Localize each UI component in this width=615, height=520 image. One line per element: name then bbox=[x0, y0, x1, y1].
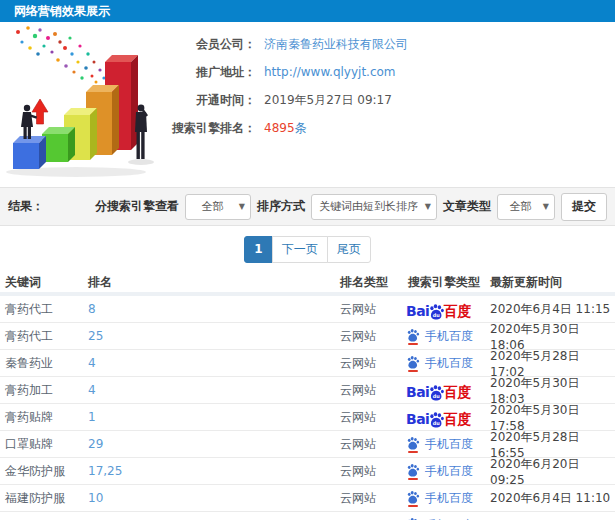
engine-rank-value: 4895条 bbox=[264, 120, 307, 137]
table-row: 金华防护服 17,25 云网站 手机百度 bbox=[0, 458, 615, 485]
header-update-time: 最新更新时间 bbox=[490, 274, 615, 291]
results-table: 关键词 排名 排名类型 搜索引擎类型 最新更新时间 膏药代工 8 云网站 Bai bbox=[0, 272, 615, 520]
promo-url-link[interactable]: http://www.qlyyjt.com bbox=[264, 65, 396, 79]
engine-cell: Bai du 百度 bbox=[400, 409, 490, 426]
table-row: 膏药代工 25 云网站 手机百度 bbox=[0, 323, 615, 350]
svg-text:du: du bbox=[433, 393, 441, 399]
baidu-paw-icon bbox=[406, 328, 420, 342]
keyword-cell: 秦鲁药业 bbox=[0, 355, 88, 372]
rank-type-cell: 云网站 bbox=[337, 382, 400, 399]
page-1-button[interactable]: 1 bbox=[244, 236, 272, 263]
rank-type-cell: 云网站 bbox=[337, 490, 400, 507]
keyword-cell: 福建防护服 bbox=[0, 490, 88, 507]
company-name-link[interactable]: 济南秦鲁药业科技有限公司 bbox=[264, 36, 408, 53]
last-page-button[interactable]: 尾页 bbox=[327, 236, 371, 263]
rank-cell[interactable]: 4 bbox=[88, 356, 337, 370]
baidu-paw-icon bbox=[406, 463, 420, 477]
sort-select[interactable]: 关键词由短到长排序▼ bbox=[311, 194, 437, 220]
keyword-cell: 膏药贴牌 bbox=[0, 409, 88, 426]
svg-text:du: du bbox=[433, 312, 441, 318]
promo-url-label: 推广地址： bbox=[170, 64, 256, 81]
info-row-rank-count: 搜索引擎排名： 4895条 bbox=[170, 114, 615, 142]
bar-blue bbox=[13, 136, 46, 169]
engine-view-select[interactable]: 全部▼ bbox=[185, 194, 251, 220]
rank-cell[interactable]: 4 bbox=[88, 383, 337, 397]
info-section: 会员公司： 济南秦鲁药业科技有限公司 推广地址： http://www.qlyy… bbox=[0, 22, 615, 187]
baidu-logo: Bai du 百度 bbox=[406, 382, 471, 399]
engine-cell: Bai du 百度 bbox=[400, 301, 490, 318]
baidu-mobile-underline bbox=[408, 478, 418, 480]
baidu-paw-icon bbox=[406, 517, 420, 520]
article-type-label: 文章类型 bbox=[443, 198, 491, 215]
update-time-cell: 2020年6月4日 11:10 bbox=[490, 490, 615, 507]
keyword-cell: 膏药代工 bbox=[0, 328, 88, 345]
engine-cell: 手机百度 bbox=[400, 490, 490, 507]
rank-cell[interactable]: 8 bbox=[88, 302, 337, 316]
baidu-logo: Bai du 百度 bbox=[406, 301, 471, 318]
next-page-button[interactable]: 下一页 bbox=[272, 236, 328, 263]
result-label: 结果： bbox=[8, 198, 44, 215]
submit-button[interactable]: 提交 bbox=[561, 193, 607, 221]
rank-cell[interactable]: 25 bbox=[88, 329, 337, 343]
table-row: 秦鲁药业 4 云网站 手机百度 bbox=[0, 350, 615, 377]
baidu-paw-icon bbox=[406, 355, 420, 369]
info-row-company: 会员公司： 济南秦鲁药业科技有限公司 bbox=[170, 30, 615, 58]
pagination: 1 下一页 尾页 bbox=[0, 226, 615, 272]
rank-cell[interactable]: 17,25 bbox=[88, 464, 337, 478]
engine-cell: Bai du 百度 bbox=[400, 382, 490, 399]
table-row: 膏药加工 4 云网站 Bai du 百度 2020年5月30日 18:03 bbox=[0, 377, 615, 404]
baidu-mobile-logo: 手机百度 bbox=[406, 517, 473, 520]
marketing-report-page: 网络营销效果展示 bbox=[0, 0, 615, 520]
rank-type-cell: 云网站 bbox=[337, 328, 400, 345]
rank-type-cell: 云网站 bbox=[337, 436, 400, 453]
confetti-dots bbox=[16, 26, 113, 95]
baidu-mobile-underline bbox=[408, 343, 418, 345]
baidu-paw-icon: du bbox=[428, 303, 445, 320]
filter-bar: 结果： 分搜索引擎查看 全部▼ 排序方式 关键词由短到长排序▼ 文章类型 全部▼… bbox=[0, 187, 615, 226]
baidu-mobile-logo: 手机百度 bbox=[406, 490, 473, 507]
table-row: 膏药代工 8 云网站 Bai du 百度 2020年6月4日 11:15 bbox=[0, 296, 615, 323]
rank-cell[interactable]: 10 bbox=[88, 491, 337, 505]
engine-cell: 手机百度 bbox=[400, 328, 490, 345]
article-type-select[interactable]: 全部▼ bbox=[497, 194, 555, 220]
rank-type-cell: 云网站 bbox=[337, 355, 400, 372]
table-row: 手机百度 bbox=[0, 512, 615, 520]
baidu-mobile-logo: 手机百度 bbox=[406, 436, 473, 453]
rank-cell[interactable]: 29 bbox=[88, 437, 337, 451]
info-row-url: 推广地址： http://www.qlyyjt.com bbox=[170, 58, 615, 86]
up-arrow-icon bbox=[32, 99, 48, 124]
engine-cell: 手机百度 bbox=[400, 436, 490, 453]
company-label: 会员公司： bbox=[170, 36, 256, 53]
baidu-mobile-logo: 手机百度 bbox=[406, 328, 473, 345]
header-keyword: 关键词 bbox=[0, 274, 88, 291]
table-row: 口罩贴牌 29 云网站 手机百度 bbox=[0, 431, 615, 458]
info-row-open-time: 开通时间： 2019年5月27日 09:17 bbox=[170, 86, 615, 114]
engine-cell: 手机百度 bbox=[400, 355, 490, 372]
open-time-label: 开通时间： bbox=[170, 92, 256, 109]
keyword-cell: 口罩贴牌 bbox=[0, 436, 88, 453]
keyword-cell: 金华防护服 bbox=[0, 463, 88, 480]
svg-text:du: du bbox=[433, 420, 441, 426]
businessman-right bbox=[135, 105, 148, 159]
open-time-value: 2019年5月27日 09:17 bbox=[264, 92, 392, 109]
engine-cell: 手机百度 bbox=[400, 517, 490, 520]
engine-cell: 手机百度 bbox=[400, 463, 490, 480]
baidu-mobile-underline bbox=[408, 451, 418, 453]
engine-rank-label: 搜索引擎排名： bbox=[170, 120, 256, 137]
rank-type-cell: 云网站 bbox=[337, 301, 400, 318]
update-time-cell: 2020年6月20日 09:25 bbox=[490, 456, 615, 487]
baidu-mobile-underline bbox=[408, 370, 418, 372]
update-time-cell: 2020年6月4日 11:15 bbox=[490, 301, 615, 318]
header-rank-type: 排名类型 bbox=[337, 274, 400, 291]
baidu-paw-icon bbox=[406, 436, 420, 450]
header-engine-type: 搜索引擎类型 bbox=[400, 274, 490, 291]
results-table-body: 膏药代工 8 云网站 Bai du 百度 2020年6月4日 11:15 bbox=[0, 296, 615, 520]
baidu-paw-icon: du bbox=[428, 384, 445, 401]
baidu-mobile-logo: 手机百度 bbox=[406, 463, 473, 480]
baidu-mobile-logo: 手机百度 bbox=[406, 355, 473, 372]
keyword-cell: 膏药代工 bbox=[0, 301, 88, 318]
baidu-logo: Bai du 百度 bbox=[406, 409, 471, 426]
rank-type-cell: 云网站 bbox=[337, 409, 400, 426]
sort-label: 排序方式 bbox=[257, 198, 305, 215]
rank-cell[interactable]: 1 bbox=[88, 410, 337, 424]
